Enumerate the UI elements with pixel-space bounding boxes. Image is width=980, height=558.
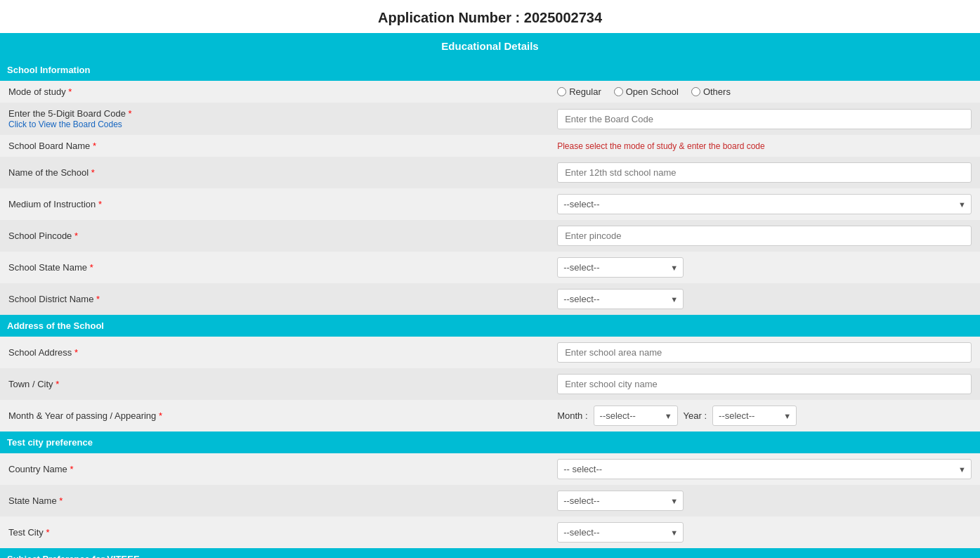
medium-of-instruction-label: Medium of Instruction <box>8 199 96 209</box>
school-board-name-error: Please select the mode of study & enter … <box>557 141 765 151</box>
school-address-input[interactable] <box>557 342 972 363</box>
open-school-label: Open School <box>626 86 679 97</box>
test-city-row: Test City * --select-- <box>0 517 980 548</box>
state-name-required: * <box>59 495 63 506</box>
mode-of-study-options: Regular Open School Others <box>557 86 972 97</box>
test-city-header: Test city preference <box>0 432 980 453</box>
open-school-radio-label[interactable]: Open School <box>614 86 679 97</box>
country-name-label: Country Name <box>8 464 67 474</box>
school-district-row: School District Name * --select-- <box>0 283 980 315</box>
school-district-wrapper: --select-- <box>557 289 684 309</box>
school-board-name-label: School Board Name <box>8 141 90 151</box>
year-wrapper: --select-- <box>712 405 797 426</box>
medium-of-instruction-select[interactable]: --select-- <box>557 194 972 214</box>
test-city-wrapper: --select-- <box>557 522 684 543</box>
school-pincode-label: School Pincode <box>8 231 72 241</box>
year-select[interactable]: --select-- <box>712 405 797 426</box>
school-state-row: School State Name * --select-- <box>0 252 980 283</box>
state-name-row: State Name * --select-- <box>0 485 980 517</box>
month-wrapper: --select-- <box>594 405 678 426</box>
test-city-label: Test City <box>8 527 44 538</box>
month-label-text: Month : <box>557 410 587 421</box>
school-district-required: * <box>96 294 100 304</box>
medium-of-instruction-row: Medium of Instruction * --select-- <box>0 188 980 220</box>
board-code-label: Enter the 5-Digit Board Code <box>8 108 126 119</box>
country-name-row: Country Name * -- select-- <box>0 453 980 485</box>
school-name-input[interactable] <box>557 162 972 183</box>
school-name-label: Name of the School <box>8 167 89 178</box>
school-board-name-required: * <box>93 141 96 151</box>
month-year-controls: Month : --select-- Year : --select-- <box>557 405 972 426</box>
month-select[interactable]: --select-- <box>594 405 678 426</box>
school-pincode-input[interactable] <box>557 226 972 246</box>
school-district-select[interactable]: --select-- <box>557 289 684 309</box>
board-code-input[interactable] <box>557 109 972 129</box>
others-radio-label[interactable]: Others <box>691 86 731 97</box>
mode-of-study-required: * <box>68 86 72 97</box>
regular-label: Regular <box>569 86 601 97</box>
school-state-wrapper: --select-- <box>557 257 684 278</box>
school-address-label: School Address <box>8 347 72 358</box>
main-section-header: Educational Details <box>0 33 980 59</box>
medium-of-instruction-wrapper: --select-- <box>557 194 972 214</box>
others-label: Others <box>703 86 731 97</box>
board-code-row: Enter the 5-Digit Board Code * Click to … <box>0 103 980 135</box>
state-name-select[interactable]: --select-- <box>557 491 684 511</box>
state-name-wrapper: --select-- <box>557 491 684 511</box>
month-year-row: Month & Year of passing / Appearing * Mo… <box>0 400 980 432</box>
town-city-required: * <box>55 379 59 389</box>
town-city-label: Town / City <box>8 379 53 389</box>
school-address-row: School Address * <box>0 337 980 368</box>
regular-radio[interactable] <box>557 87 566 96</box>
country-name-select[interactable]: -- select-- <box>557 459 972 479</box>
board-code-required: * <box>129 108 132 119</box>
view-board-codes-link[interactable]: Click to View the Board Codes <box>8 119 122 129</box>
medium-of-instruction-required: * <box>98 199 102 209</box>
country-name-required: * <box>70 464 73 474</box>
test-city-required: * <box>46 527 49 538</box>
town-city-input[interactable] <box>557 374 972 394</box>
address-header: Address of the School <box>0 315 980 337</box>
regular-radio-label[interactable]: Regular <box>557 86 601 97</box>
subject-preference-header: Subject Preference for VITEEE <box>0 548 980 558</box>
school-board-name-row: School Board Name * Please select the mo… <box>0 135 980 157</box>
test-city-select[interactable]: --select-- <box>557 522 684 543</box>
mode-of-study-label: Mode of study <box>8 86 66 97</box>
month-year-label: Month & Year of passing / Appearing <box>8 410 156 421</box>
school-pincode-row: School Pincode * <box>0 220 980 252</box>
others-radio[interactable] <box>691 87 700 96</box>
school-pincode-required: * <box>74 231 78 241</box>
school-name-row: Name of the School * <box>0 157 980 188</box>
app-title: Application Number : 2025002734 <box>0 0 980 33</box>
school-name-required: * <box>91 167 95 178</box>
school-info-header: School Information <box>0 59 980 81</box>
year-label-text: Year : <box>684 410 707 421</box>
mode-of-study-row: Mode of study * Regular Open School Othe… <box>0 81 980 103</box>
school-state-select[interactable]: --select-- <box>557 257 684 278</box>
town-city-row: Town / City * <box>0 368 980 400</box>
month-year-required: * <box>159 410 162 421</box>
state-name-label: State Name <box>8 495 57 506</box>
school-district-label: School District Name <box>8 294 93 304</box>
school-state-label: School State Name <box>8 262 87 273</box>
school-state-required: * <box>90 262 93 273</box>
country-name-wrapper: -- select-- <box>557 459 972 479</box>
open-school-radio[interactable] <box>614 87 623 96</box>
school-address-required: * <box>74 347 78 358</box>
